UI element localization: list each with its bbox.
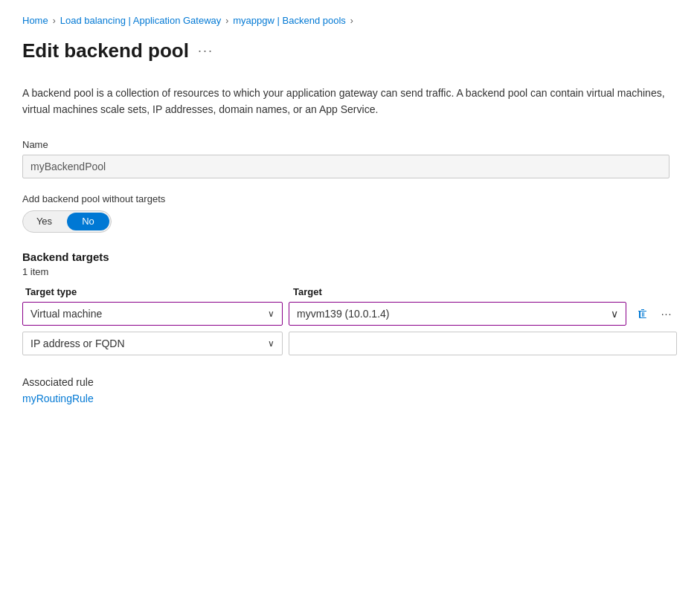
target-value-1: myvm139 (10.0.1.4) [297, 308, 390, 320]
table-row: IP address or FQDN ∨ [22, 332, 677, 355]
associated-rule-label: Associated rule [22, 376, 678, 388]
breadcrumb-sep-1: › [53, 16, 56, 26]
item-count: 1 item [22, 266, 678, 277]
toggle-yes[interactable]: Yes [23, 211, 65, 232]
page-container: Home › Load balancing | Application Gate… [0, 0, 700, 594]
target-input-2[interactable] [289, 332, 677, 355]
toggle-label: Add backend pool without targets [22, 193, 678, 204]
chevron-down-icon-2: ∨ [611, 308, 618, 320]
targets-table: Target type Target Virtual machine ∨ myv… [22, 286, 677, 355]
description-text: A backend pool is a collection of resour… [22, 85, 670, 118]
name-input[interactable] [22, 155, 670, 178]
page-title: Edit backend pool [22, 39, 189, 62]
col-header-target-type: Target type [22, 286, 290, 297]
toggle-section: Add backend pool without targets Yes No [22, 193, 678, 233]
table-row: Virtual machine ∨ myvm139 (10.0.1.4) ∨ ·… [22, 302, 677, 326]
trash-icon [637, 308, 649, 320]
routing-rule-link[interactable]: myRoutingRule [22, 393, 94, 404]
breadcrumb-home[interactable]: Home [22, 15, 48, 26]
targets-header: Target type Target [22, 286, 677, 297]
target-type-dropdown-2[interactable]: IP address or FQDN ∨ [22, 332, 283, 355]
backend-targets-title: Backend targets [22, 251, 678, 263]
target-type-value-1: Virtual machine [30, 308, 102, 320]
chevron-down-icon-3: ∨ [268, 338, 274, 349]
toggle-no[interactable]: No [67, 213, 109, 230]
breadcrumb-backend-pools[interactable]: myappgw | Backend pools [233, 15, 346, 26]
col-header-target: Target [290, 286, 677, 297]
toggle-control[interactable]: Yes No [22, 210, 112, 233]
breadcrumb-load-balancing[interactable]: Load balancing | Application Gateway [60, 15, 222, 26]
breadcrumb-sep-2: › [225, 16, 228, 26]
name-field-section: Name [22, 139, 678, 178]
row-actions-1: ··· [632, 303, 677, 324]
more-button-1[interactable]: ··· [656, 303, 677, 324]
target-type-value-2: IP address or FQDN [30, 338, 125, 349]
breadcrumb-sep-3: › [350, 16, 353, 26]
name-label: Name [22, 139, 678, 150]
associated-rule-section: Associated rule myRoutingRule [22, 376, 678, 404]
backend-targets-section: Backend targets 1 item Target type Targe… [22, 251, 678, 355]
chevron-down-icon-1: ∨ [268, 309, 274, 319]
target-dropdown-1[interactable]: myvm139 (10.0.1.4) ∨ [289, 302, 626, 326]
page-title-row: Edit backend pool ··· [22, 39, 678, 62]
target-type-dropdown-1[interactable]: Virtual machine ∨ [22, 302, 283, 326]
delete-button-1[interactable] [632, 303, 653, 324]
breadcrumb: Home › Load balancing | Application Gate… [22, 15, 678, 26]
page-more-button[interactable]: ··· [198, 43, 213, 59]
